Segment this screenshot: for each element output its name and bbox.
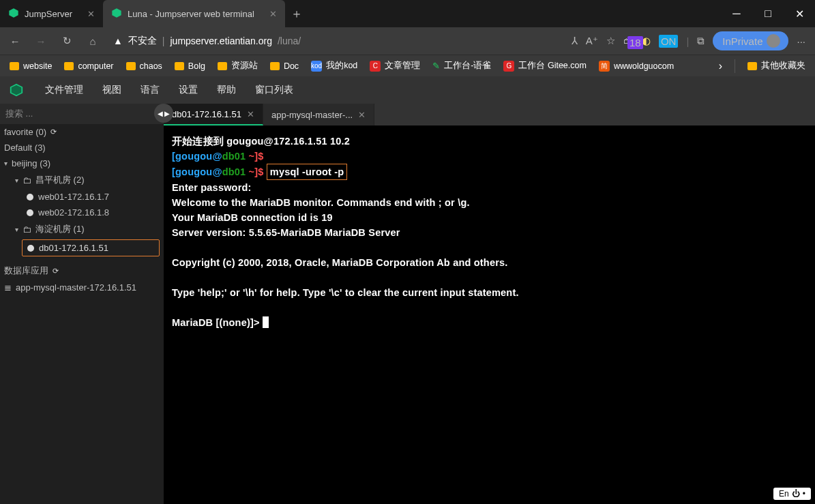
- bookmark-label: website: [23, 61, 52, 71]
- search-placeholder: 搜索 ...: [5, 108, 33, 120]
- bookmark-computer[interactable]: computer: [60, 61, 117, 71]
- menu-settings[interactable]: 设置: [179, 84, 198, 96]
- close-window-button[interactable]: ✕: [784, 0, 815, 27]
- sidebar-toggle[interactable]: ◀▶: [154, 104, 173, 123]
- refresh-icon[interactable]: ⟳: [50, 128, 57, 136]
- terminal-tab-db01[interactable]: db01-172.16.1.51 ✕: [164, 104, 263, 125]
- forward-button[interactable]: →: [31, 31, 50, 50]
- extension-badge[interactable]: 🛍18: [623, 35, 634, 47]
- app-logo-icon[interactable]: [7, 80, 26, 100]
- menu-help[interactable]: 帮助: [217, 84, 236, 96]
- bookmarks-overflow-button[interactable]: ›: [715, 60, 726, 72]
- sidebar-db01-selected[interactable]: db01-172.16.1.51: [22, 239, 160, 256]
- sidebar-dbapp-section[interactable]: 数据库应用 ⟳: [0, 262, 164, 280]
- close-icon[interactable]: ✕: [87, 9, 95, 19]
- sidebar-web01[interactable]: web01-172.16.1.7: [0, 189, 164, 205]
- bookmark-label: 我的kod: [326, 60, 357, 72]
- menu-windows[interactable]: 窗口列表: [255, 84, 293, 96]
- database-icon: ≣: [4, 282, 12, 293]
- reader-icon[interactable]: A⁺: [586, 35, 598, 47]
- term-line: [gougou@db01 ~]$: [172, 149, 807, 164]
- menu-lang[interactable]: 语言: [140, 84, 160, 96]
- term-line: Your MariaDB connection id is 19: [172, 210, 807, 225]
- extension-on-badge[interactable]: ON: [659, 35, 679, 47]
- close-icon[interactable]: ✕: [269, 9, 277, 19]
- bookmark-wenzhang[interactable]: C文章管理: [366, 60, 424, 72]
- bookmark-label: 其他收藏夹: [761, 60, 805, 72]
- sidebar-beijing[interactable]: ▾ beijing (3): [0, 155, 164, 171]
- translate-icon[interactable]: ⅄: [572, 35, 578, 47]
- ime-dot-icon: •: [803, 489, 805, 499]
- bookmark-wwwold[interactable]: 简wwwoldguocom: [595, 61, 678, 72]
- bookmark-ziyuan[interactable]: 资源站: [213, 60, 262, 72]
- sidebar-favorite[interactable]: favorite (0) ⟳: [0, 124, 164, 140]
- favorite-icon[interactable]: ☆: [606, 35, 615, 47]
- site-icon: 简: [599, 61, 610, 72]
- folder-icon: 🗀: [23, 175, 31, 186]
- address-bar: ← → ↻ ⌂ ▲ 不安全 | jumpserver.etiantian.org…: [0, 27, 815, 55]
- tree-label: favorite (0): [4, 127, 46, 137]
- close-icon[interactable]: ✕: [358, 110, 366, 120]
- browser-tab-jumpserver[interactable]: JumpServer ✕: [0, 0, 103, 27]
- linux-icon: [27, 244, 35, 252]
- avatar-icon: [767, 34, 780, 48]
- more-menu-button[interactable]: ···: [797, 35, 805, 47]
- close-icon[interactable]: ✕: [247, 109, 254, 119]
- tree-label: app-mysql-master-172.16.1.51: [16, 282, 136, 293]
- term-line: Welcome to the MariaDB monitor. Commands…: [172, 195, 807, 210]
- collections-icon[interactable]: ⧉: [697, 35, 705, 47]
- refresh-icon[interactable]: ⟳: [53, 267, 59, 276]
- inprivate-badge[interactable]: InPrivate: [713, 31, 788, 50]
- cursor-icon: [263, 316, 269, 328]
- yuque-icon: ✎: [432, 61, 440, 71]
- extension-icon[interactable]: ◐: [642, 35, 651, 47]
- terminal-panel: db01-172.16.1.51 ✕ app-mysql-master-... …: [164, 104, 815, 504]
- term-line: Type 'help;' or '\h' for help. Type '\c'…: [172, 285, 807, 300]
- folder-icon: [126, 62, 136, 70]
- home-button[interactable]: ⌂: [83, 31, 102, 50]
- minimize-button[interactable]: ─: [721, 0, 752, 27]
- bookmark-kod[interactable]: kod我的kod: [307, 60, 361, 72]
- command-highlight: mysql -uroot -p: [267, 164, 348, 180]
- tree-label: web02-172.16.1.8: [38, 207, 109, 218]
- bookmark-yuque[interactable]: ✎工作台-语雀: [428, 60, 495, 72]
- maximize-button[interactable]: □: [752, 0, 784, 27]
- bookmark-label: Doc: [284, 61, 299, 71]
- address-actions: ⅄ A⁺ ☆ 🛍18 ◐ ON | ⧉ InPrivate ···: [567, 31, 810, 50]
- tree-label: 数据库应用: [4, 265, 48, 277]
- terminal-tab-label: app-mysql-master-...: [271, 110, 353, 120]
- bookmark-gitee[interactable]: G工作台 Gitee.com: [499, 60, 590, 72]
- bookmark-website[interactable]: website: [5, 61, 56, 71]
- terminal-tab-appmysql[interactable]: app-mysql-master-... ✕: [263, 104, 374, 125]
- browser-tab-luna[interactable]: Luna - Jumpserver web terminal ✕: [103, 0, 285, 27]
- terminal-body[interactable]: 开始连接到 gougou@172.16.1.51 10.2 [gougou@db…: [164, 125, 815, 504]
- new-tab-button[interactable]: ＋: [291, 5, 303, 22]
- folder-icon: [175, 62, 184, 70]
- menu-file[interactable]: 文件管理: [45, 84, 83, 96]
- bookmark-chaos[interactable]: chaos: [122, 61, 166, 71]
- back-button[interactable]: ←: [5, 31, 25, 50]
- sidebar-web02[interactable]: web02-172.16.1.8: [0, 205, 164, 220]
- sidebar-changping[interactable]: ▾ 🗀 昌平机房 (2): [0, 171, 164, 189]
- browser-titlebar: JumpServer ✕ Luna - Jumpserver web termi…: [0, 0, 815, 27]
- url-field[interactable]: ▲ 不安全 | jumpserver.etiantian.org/luna/: [109, 35, 561, 47]
- bookmark-doc[interactable]: Doc: [266, 61, 303, 71]
- term-blank: [172, 240, 807, 255]
- ime-indicator[interactable]: En ⏻ •: [773, 488, 811, 500]
- refresh-button[interactable]: ↻: [57, 31, 76, 50]
- sidebar-app-mysql-master[interactable]: ≣ app-mysql-master-172.16.1.51: [0, 280, 164, 295]
- inprivate-label: InPrivate: [722, 35, 762, 47]
- ime-mode-icon: ⏻: [792, 489, 800, 499]
- tree-label: db01-172.16.1.51: [39, 243, 108, 253]
- sidebar-default[interactable]: Default (3): [0, 140, 164, 155]
- sidebar-haidian[interactable]: ▾ 🗀 海淀机房 (1): [0, 220, 164, 238]
- bookmark-label: 资源站: [231, 60, 258, 72]
- chevron-right-icon: ▶: [164, 110, 170, 117]
- bookmark-label: 文章管理: [385, 60, 420, 72]
- menu-view[interactable]: 视图: [102, 84, 121, 96]
- sidebar-search[interactable]: 搜索 ...: [0, 104, 164, 124]
- folder-icon: [747, 62, 757, 70]
- bookmark-bolg[interactable]: Bolg: [171, 61, 209, 71]
- bookmark-other-folder[interactable]: 其他收藏夹: [743, 60, 810, 72]
- c-icon: C: [370, 61, 381, 72]
